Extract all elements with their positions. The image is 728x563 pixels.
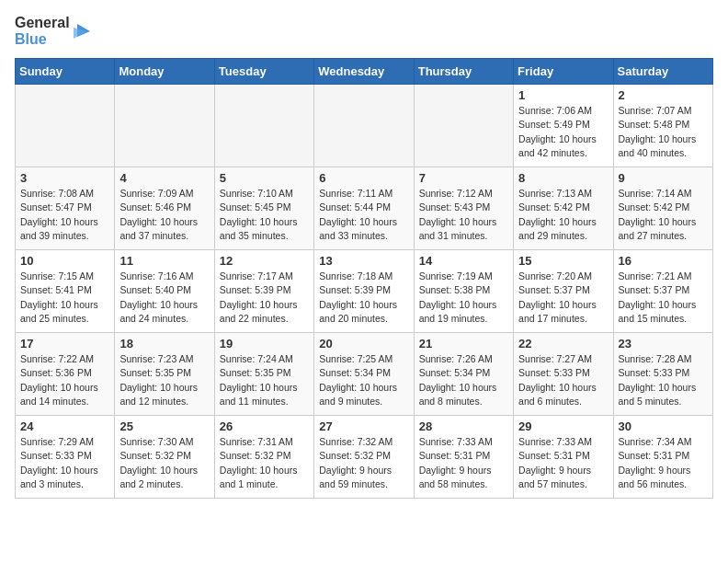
logo-bird-icon xyxy=(74,18,90,44)
header-thursday: Thursday xyxy=(414,59,513,85)
day-cell: 27Sunrise: 7:32 AM Sunset: 5:32 PM Dayli… xyxy=(314,416,414,499)
day-info: Sunrise: 7:16 AM Sunset: 5:40 PM Dayligh… xyxy=(119,270,209,326)
week-row-3: 10Sunrise: 7:15 AM Sunset: 5:41 PM Dayli… xyxy=(16,250,713,333)
day-number: 22 xyxy=(518,337,608,350)
day-cell: 19Sunrise: 7:24 AM Sunset: 5:35 PM Dayli… xyxy=(214,333,313,416)
day-number: 17 xyxy=(20,337,109,350)
day-number: 14 xyxy=(419,254,508,268)
calendar-table: SundayMondayTuesdayWednesdayThursdayFrid… xyxy=(15,58,713,499)
day-cell xyxy=(115,85,214,167)
day-cell: 17Sunrise: 7:22 AM Sunset: 5:36 PM Dayli… xyxy=(16,333,115,416)
day-cell: 3Sunrise: 7:08 AM Sunset: 5:47 PM Daylig… xyxy=(16,167,115,250)
day-cell: 12Sunrise: 7:17 AM Sunset: 5:39 PM Dayli… xyxy=(214,250,313,333)
day-info: Sunrise: 7:25 AM Sunset: 5:34 PM Dayligh… xyxy=(319,352,408,408)
logo-blue: Blue xyxy=(15,31,70,48)
day-info: Sunrise: 7:18 AM Sunset: 5:39 PM Dayligh… xyxy=(319,270,408,326)
header-sunday: Sunday xyxy=(16,59,115,85)
header-saturday: Saturday xyxy=(613,59,712,85)
day-number: 13 xyxy=(319,254,408,268)
day-cell: 28Sunrise: 7:33 AM Sunset: 5:31 PM Dayli… xyxy=(414,416,513,499)
day-number: 15 xyxy=(518,254,608,268)
day-info: Sunrise: 7:09 AM Sunset: 5:46 PM Dayligh… xyxy=(119,187,209,243)
day-cell: 2Sunrise: 7:07 AM Sunset: 5:48 PM Daylig… xyxy=(613,85,712,167)
day-cell: 21Sunrise: 7:26 AM Sunset: 5:34 PM Dayli… xyxy=(414,333,513,416)
day-cell: 22Sunrise: 7:27 AM Sunset: 5:33 PM Dayli… xyxy=(514,333,613,416)
day-info: Sunrise: 7:17 AM Sunset: 5:39 PM Dayligh… xyxy=(220,270,309,326)
day-cell xyxy=(314,85,414,167)
day-cell xyxy=(414,85,513,167)
day-cell: 5Sunrise: 7:10 AM Sunset: 5:45 PM Daylig… xyxy=(214,167,313,250)
day-cell: 23Sunrise: 7:28 AM Sunset: 5:33 PM Dayli… xyxy=(613,333,712,416)
day-number: 8 xyxy=(518,171,608,185)
day-number: 1 xyxy=(518,88,608,102)
day-number: 5 xyxy=(220,171,309,185)
day-cell: 13Sunrise: 7:18 AM Sunset: 5:39 PM Dayli… xyxy=(314,250,414,333)
day-number: 12 xyxy=(220,254,309,268)
day-cell: 20Sunrise: 7:25 AM Sunset: 5:34 PM Dayli… xyxy=(314,333,414,416)
day-cell: 18Sunrise: 7:23 AM Sunset: 5:35 PM Dayli… xyxy=(115,333,214,416)
day-info: Sunrise: 7:19 AM Sunset: 5:38 PM Dayligh… xyxy=(419,270,508,326)
day-info: Sunrise: 7:27 AM Sunset: 5:33 PM Dayligh… xyxy=(518,352,608,408)
day-info: Sunrise: 7:14 AM Sunset: 5:42 PM Dayligh… xyxy=(619,187,708,243)
day-number: 23 xyxy=(619,337,708,350)
day-info: Sunrise: 7:12 AM Sunset: 5:43 PM Dayligh… xyxy=(419,187,508,243)
day-cell: 11Sunrise: 7:16 AM Sunset: 5:40 PM Dayli… xyxy=(115,250,214,333)
logo-general: General xyxy=(15,15,70,31)
day-cell xyxy=(16,85,115,167)
day-cell: 14Sunrise: 7:19 AM Sunset: 5:38 PM Dayli… xyxy=(414,250,513,333)
day-number: 7 xyxy=(419,171,508,185)
week-row-1: 1Sunrise: 7:06 AM Sunset: 5:49 PM Daylig… xyxy=(16,85,713,167)
day-info: Sunrise: 7:30 AM Sunset: 5:32 PM Dayligh… xyxy=(119,435,209,491)
logo: General Blue xyxy=(15,15,90,47)
page-header: General Blue xyxy=(15,15,713,47)
day-info: Sunrise: 7:10 AM Sunset: 5:45 PM Dayligh… xyxy=(220,187,309,243)
day-info: Sunrise: 7:13 AM Sunset: 5:42 PM Dayligh… xyxy=(518,187,608,243)
week-row-5: 24Sunrise: 7:29 AM Sunset: 5:33 PM Dayli… xyxy=(16,416,713,499)
day-number: 16 xyxy=(619,254,708,268)
day-info: Sunrise: 7:11 AM Sunset: 5:44 PM Dayligh… xyxy=(319,187,408,243)
day-number: 24 xyxy=(20,419,109,433)
day-info: Sunrise: 7:08 AM Sunset: 5:47 PM Dayligh… xyxy=(20,187,109,243)
day-cell: 25Sunrise: 7:30 AM Sunset: 5:32 PM Dayli… xyxy=(115,416,214,499)
week-row-2: 3Sunrise: 7:08 AM Sunset: 5:47 PM Daylig… xyxy=(16,167,713,250)
day-number: 6 xyxy=(319,171,408,185)
day-info: Sunrise: 7:32 AM Sunset: 5:32 PM Dayligh… xyxy=(319,435,408,491)
day-cell: 16Sunrise: 7:21 AM Sunset: 5:37 PM Dayli… xyxy=(613,250,712,333)
day-number: 4 xyxy=(119,171,209,185)
header-friday: Friday xyxy=(514,59,613,85)
day-info: Sunrise: 7:24 AM Sunset: 5:35 PM Dayligh… xyxy=(220,352,309,408)
day-cell: 4Sunrise: 7:09 AM Sunset: 5:46 PM Daylig… xyxy=(115,167,214,250)
day-cell: 7Sunrise: 7:12 AM Sunset: 5:43 PM Daylig… xyxy=(414,167,513,250)
day-cell: 29Sunrise: 7:33 AM Sunset: 5:31 PM Dayli… xyxy=(514,416,613,499)
day-cell: 9Sunrise: 7:14 AM Sunset: 5:42 PM Daylig… xyxy=(613,167,712,250)
day-info: Sunrise: 7:34 AM Sunset: 5:31 PM Dayligh… xyxy=(619,435,708,491)
day-info: Sunrise: 7:33 AM Sunset: 5:31 PM Dayligh… xyxy=(518,435,608,491)
day-cell xyxy=(214,85,313,167)
day-info: Sunrise: 7:22 AM Sunset: 5:36 PM Dayligh… xyxy=(20,352,109,408)
day-cell: 8Sunrise: 7:13 AM Sunset: 5:42 PM Daylig… xyxy=(514,167,613,250)
day-info: Sunrise: 7:06 AM Sunset: 5:49 PM Dayligh… xyxy=(518,104,608,160)
day-number: 9 xyxy=(619,171,708,185)
day-info: Sunrise: 7:21 AM Sunset: 5:37 PM Dayligh… xyxy=(619,270,708,326)
day-cell: 10Sunrise: 7:15 AM Sunset: 5:41 PM Dayli… xyxy=(16,250,115,333)
day-info: Sunrise: 7:33 AM Sunset: 5:31 PM Dayligh… xyxy=(419,435,508,491)
day-number: 26 xyxy=(220,419,309,433)
day-cell: 24Sunrise: 7:29 AM Sunset: 5:33 PM Dayli… xyxy=(16,416,115,499)
header-row: SundayMondayTuesdayWednesdayThursdayFrid… xyxy=(16,59,713,85)
header-wednesday: Wednesday xyxy=(314,59,414,85)
day-number: 21 xyxy=(419,337,508,350)
header-tuesday: Tuesday xyxy=(214,59,313,85)
week-row-4: 17Sunrise: 7:22 AM Sunset: 5:36 PM Dayli… xyxy=(16,333,713,416)
day-info: Sunrise: 7:28 AM Sunset: 5:33 PM Dayligh… xyxy=(619,352,708,408)
day-cell: 1Sunrise: 7:06 AM Sunset: 5:49 PM Daylig… xyxy=(514,85,613,167)
day-cell: 15Sunrise: 7:20 AM Sunset: 5:37 PM Dayli… xyxy=(514,250,613,333)
day-number: 3 xyxy=(20,171,109,185)
day-info: Sunrise: 7:07 AM Sunset: 5:48 PM Dayligh… xyxy=(619,104,708,160)
day-number: 11 xyxy=(119,254,209,268)
day-cell: 30Sunrise: 7:34 AM Sunset: 5:31 PM Dayli… xyxy=(613,416,712,499)
day-info: Sunrise: 7:26 AM Sunset: 5:34 PM Dayligh… xyxy=(419,352,508,408)
day-cell: 26Sunrise: 7:31 AM Sunset: 5:32 PM Dayli… xyxy=(214,416,313,499)
day-number: 25 xyxy=(119,419,209,433)
day-number: 30 xyxy=(619,419,708,433)
day-cell: 6Sunrise: 7:11 AM Sunset: 5:44 PM Daylig… xyxy=(314,167,414,250)
